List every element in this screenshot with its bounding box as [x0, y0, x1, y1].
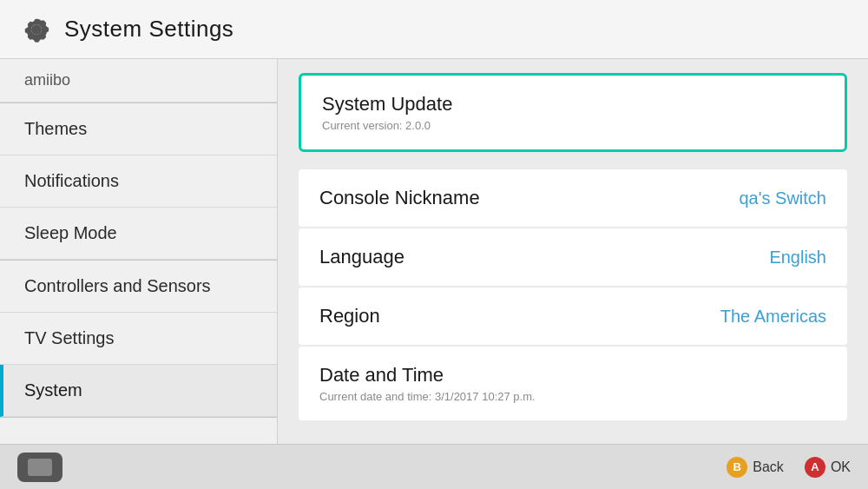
system-update-subtitle: Current version: 2.0.0: [322, 119, 452, 132]
date-time-title: Date and Time: [319, 364, 536, 387]
date-time-subtitle: Current date and time: 3/1/2017 10:27 p.…: [319, 390, 536, 403]
sidebar-item-notifications[interactable]: Notifications: [0, 155, 277, 208]
sidebar-item-amiibo[interactable]: amiibo: [0, 59, 277, 102]
region-title: Region: [319, 305, 380, 327]
header: System Settings: [0, 0, 868, 59]
main-layout: amiibo Themes Notifications Sleep Mode C…: [0, 59, 868, 444]
console-icon-area: [17, 453, 62, 482]
back-label: Back: [753, 459, 784, 475]
console-icon: [17, 453, 62, 482]
sidebar-item-controllers-sensors[interactable]: Controllers and Sensors: [0, 261, 277, 313]
sidebar-item-system[interactable]: System: [0, 365, 277, 417]
console-screen: [28, 459, 52, 476]
ok-button[interactable]: A OK: [805, 457, 851, 478]
sidebar-item-sleep-mode[interactable]: Sleep Mode: [0, 208, 277, 260]
page-title: System Settings: [64, 16, 233, 43]
content-item-system-update[interactable]: System Update Current version: 2.0.0: [299, 73, 847, 152]
console-nickname-title: Console Nickname: [319, 187, 480, 209]
sidebar-item-tv-settings[interactable]: TV Settings: [0, 313, 277, 365]
sidebar: amiibo Themes Notifications Sleep Mode C…: [0, 59, 278, 444]
footer: B Back A OK: [0, 444, 868, 489]
content-item-console-nickname[interactable]: Console Nickname qa's Switch: [299, 169, 847, 227]
console-nickname-value: qa's Switch: [739, 188, 826, 208]
content-item-region[interactable]: Region The Americas: [299, 287, 847, 345]
language-title: Language: [319, 246, 404, 268]
content-item-date-time[interactable]: Date and Time Current date and time: 3/1…: [299, 347, 847, 420]
language-value: English: [769, 248, 826, 268]
a-button-circle: A: [805, 457, 825, 478]
ok-label: OK: [831, 459, 851, 475]
region-value: The Americas: [720, 307, 826, 327]
system-update-title: System Update: [322, 93, 452, 116]
back-button[interactable]: B Back: [727, 457, 784, 478]
b-button-circle: B: [727, 457, 747, 478]
content-item-language[interactable]: Language English: [299, 228, 847, 286]
sidebar-item-themes[interactable]: Themes: [0, 103, 277, 155]
gear-icon: [21, 14, 52, 45]
content-panel: System Update Current version: 2.0.0 Con…: [278, 59, 868, 444]
footer-buttons: B Back A OK: [727, 457, 851, 478]
